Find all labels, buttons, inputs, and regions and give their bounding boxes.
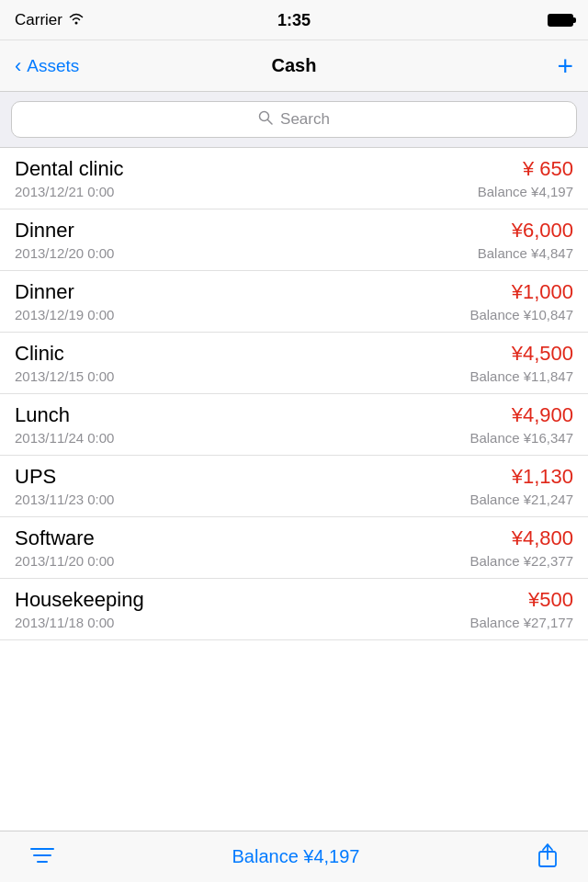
transaction-balance: Balance ¥10,847 [469, 307, 573, 322]
transaction-amount: ¥6,000 [512, 219, 573, 243]
transaction-item[interactable]: Software ¥4,800 2013/11/20 0:00 Balance … [0, 517, 588, 579]
transaction-name: Dinner [15, 219, 74, 243]
wifi-icon [68, 11, 85, 29]
transaction-amount: ¥1,130 [512, 465, 573, 489]
transaction-item[interactable]: UPS ¥1,130 2013/11/23 0:00 Balance ¥21,2… [0, 456, 588, 517]
back-button[interactable]: ‹ Assets [15, 54, 79, 78]
transaction-balance: Balance ¥21,247 [469, 492, 573, 507]
transaction-name: Software [15, 526, 95, 550]
transaction-date: 2013/11/18 0:00 [15, 615, 114, 630]
transaction-name: UPS [15, 465, 56, 489]
search-icon [258, 110, 273, 130]
transaction-name: Dental clinic [15, 157, 124, 181]
transaction-amount: ¥4,800 [512, 526, 573, 550]
transaction-balance: Balance ¥11,847 [469, 368, 573, 384]
transaction-date: 2013/12/20 0:00 [15, 245, 114, 261]
transaction-item[interactable]: Clinic ¥4,500 2013/12/15 0:00 Balance ¥1… [0, 333, 588, 394]
transaction-name: Lunch [15, 403, 70, 427]
nav-bar: ‹ Assets Cash + [0, 40, 588, 92]
transaction-amount: ¥4,900 [512, 403, 573, 427]
transaction-name: Dinner [15, 280, 74, 304]
status-time: 1:35 [277, 11, 311, 30]
transaction-date: 2013/12/21 0:00 [15, 184, 114, 199]
transaction-amount: ¥ 650 [523, 157, 573, 181]
svg-line-2 [268, 119, 273, 124]
transaction-list: Dental clinic ¥ 650 2013/12/21 0:00 Bala… [0, 148, 588, 830]
search-container: Search [0, 92, 588, 148]
status-bar: Carrier 1:35 [0, 0, 588, 40]
transaction-date: 2013/11/23 0:00 [15, 492, 114, 507]
battery-icon [548, 14, 573, 27]
transaction-balance: Balance ¥27,177 [469, 615, 573, 630]
transaction-date: 2013/12/19 0:00 [15, 307, 114, 322]
transaction-balance: Balance ¥22,377 [469, 553, 573, 569]
transaction-date: 2013/11/24 0:00 [15, 430, 114, 446]
transaction-amount: ¥1,000 [512, 280, 573, 304]
transaction-amount: ¥4,500 [512, 342, 573, 366]
bottom-toolbar: Balance ¥4,197 [0, 831, 588, 882]
carrier-label: Carrier [15, 11, 85, 29]
transaction-item[interactable]: Dental clinic ¥ 650 2013/12/21 0:00 Bala… [0, 148, 588, 209]
battery-container [548, 14, 573, 27]
carrier-text: Carrier [15, 11, 62, 29]
filter-icon[interactable] [29, 845, 55, 869]
transaction-amount: ¥500 [528, 588, 573, 612]
transaction-balance: Balance ¥4,197 [478, 184, 573, 199]
transaction-item[interactable]: Housekeeping ¥500 2013/11/18 0:00 Balanc… [0, 579, 588, 640]
transaction-name: Clinic [15, 342, 64, 366]
transaction-date: 2013/12/15 0:00 [15, 368, 114, 384]
search-placeholder: Search [280, 110, 330, 129]
transaction-item[interactable]: Dinner ¥1,000 2013/12/19 0:00 Balance ¥1… [0, 271, 588, 333]
svg-point-0 [74, 21, 77, 24]
transaction-balance: Balance ¥16,347 [469, 430, 573, 446]
transaction-balance: Balance ¥4,847 [478, 245, 573, 261]
back-chevron-icon: ‹ [15, 54, 21, 78]
share-button[interactable] [537, 842, 559, 872]
transaction-name: Housekeeping [15, 588, 144, 612]
transaction-item[interactable]: Lunch ¥4,900 2013/11/24 0:00 Balance ¥16… [0, 394, 588, 456]
transaction-item[interactable]: Dinner ¥6,000 2013/12/20 0:00 Balance ¥4… [0, 209, 588, 271]
nav-title: Cash [272, 55, 317, 76]
transaction-date: 2013/11/20 0:00 [15, 553, 114, 569]
back-label: Assets [27, 56, 79, 76]
add-button[interactable]: + [557, 52, 573, 80]
balance-total-label: Balance ¥4,197 [232, 846, 359, 867]
search-bar[interactable]: Search [11, 101, 577, 138]
